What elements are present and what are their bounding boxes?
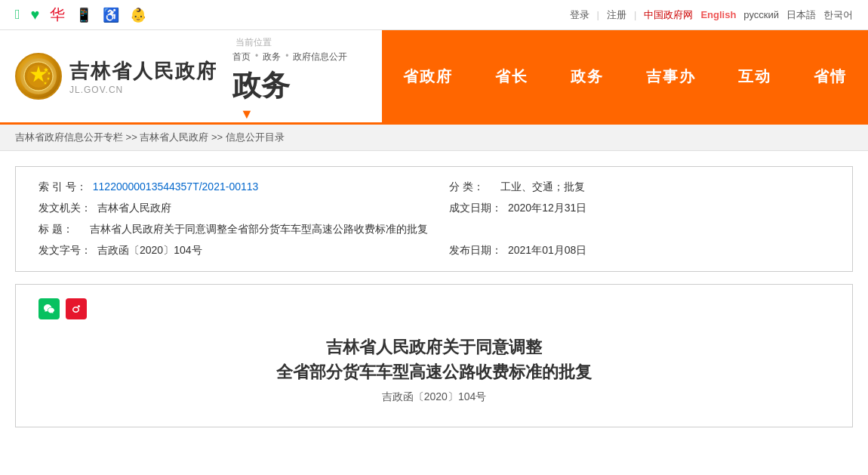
breadcrumb-links: 首页 • 政务 • 政府信息公开 — [232, 51, 367, 66]
top-bar-links: 登录 | 注册 | 中国政府网 English русский 日本語 한국어 — [570, 8, 853, 22]
sender-value: 吉林省人民政府 — [97, 202, 171, 215]
doc-title-line2: 全省部分货车车型高速公路收费标准的批复 — [38, 359, 830, 384]
register-link[interactable]: 注册 — [607, 8, 626, 22]
authored-date-label: 成文日期： — [449, 202, 502, 215]
baby-icon[interactable]: 👶 — [130, 7, 146, 23]
china-gov-link[interactable]: 中国政府网 — [644, 8, 693, 22]
sub-breadcrumb-text: 吉林省政府信息公开专栏 >> 吉林省人民政府 >> 信息公开目录 — [15, 131, 285, 143]
info-row-2: 发文机关： 吉林省人民政府 成文日期： 2020年12月31日 — [38, 202, 830, 215]
authored-date-value: 2020年12月31日 — [508, 202, 586, 215]
lang-korean-link[interactable]: 한국어 — [823, 8, 853, 22]
header-middle: 当前位置 首页 • 政务 • 政府信息公开 政务 ▼ — [232, 30, 382, 122]
sender-label: 发文机关： — [38, 202, 91, 215]
category-value: 工业、交通；批复 — [500, 180, 585, 194]
lang-russian-link[interactable]: русский — [743, 9, 779, 20]
lang-english-link[interactable]: English — [700, 9, 736, 20]
wechat-icon[interactable]:  — [15, 7, 20, 23]
doc-number-value: 吉政函〔2020〕104号 — [97, 244, 202, 258]
category-label: 分 类： — [449, 180, 494, 194]
logo-emblem-inner — [20, 58, 57, 94]
weibo-icon[interactable]: 华 — [50, 5, 65, 25]
doc-number-label: 发文字号： — [38, 244, 91, 258]
doc-title-field: 标 题： 吉林省人民政府关于同意调整全省部分货车车型高速公路收费标准的批复 — [38, 223, 830, 236]
sender-field: 发文机关： 吉林省人民政府 — [38, 202, 419, 215]
wechat-share-icon[interactable]: ♥ — [31, 6, 40, 23]
logo-emblem — [15, 53, 62, 100]
header-breadcrumb: 当前位置 — [232, 30, 367, 51]
logo-text: 吉林省人民政府 JL.GOV.CN — [69, 58, 217, 95]
index-label: 索 引 号： — [38, 180, 87, 194]
nav-sheng-zhang[interactable]: 省长 — [474, 30, 549, 122]
header: 吉林省人民政府 JL.GOV.CN 当前位置 首页 • 政务 • 政府信息公开 … — [0, 30, 868, 125]
info-row-4: 发文字号： 吉政函〔2020〕104号 发布日期： 2021年01月08日 — [38, 244, 830, 258]
top-bar:  ♥ 华 📱 ♿ 👶 登录 | 注册 | 中国政府网 English русс… — [0, 0, 868, 30]
nav-hu-dong[interactable]: 互动 — [717, 30, 793, 122]
category-field: 分 类： 工业、交通；批复 — [449, 180, 830, 194]
publish-date-value: 2021年01月08日 — [508, 244, 586, 258]
accessibility-icon[interactable]: ♿ — [103, 7, 119, 23]
breadcrumb-current-label: 当前位置 — [235, 37, 272, 48]
logo-title: 吉林省人民政府 — [69, 58, 217, 85]
publish-date-field: 发布日期： 2021年01月08日 — [449, 244, 830, 258]
svg-point-7 — [78, 305, 80, 307]
info-card: 索 引 号： 11220000013544357T/2021-00113 分 类… — [15, 166, 853, 272]
nav-sheng-zhengfu[interactable]: 省政府 — [382, 30, 474, 122]
doc-main-title: 吉林省人民政府关于同意调整 全省部分货车车型高速公路收费标准的批复 — [38, 335, 830, 384]
doc-number-display: 吉政函〔2020〕104号 — [38, 390, 830, 404]
doc-title-line1: 吉林省人民政府关于同意调整 — [38, 335, 830, 359]
index-field: 索 引 号： 11220000013544357T/2021-00113 — [38, 180, 419, 194]
doc-number-field: 发文字号： 吉政函〔2020〕104号 — [38, 244, 419, 258]
lang-japanese-link[interactable]: 日本語 — [786, 8, 816, 22]
breadcrumb-gov-info-link[interactable]: 政府信息公开 — [293, 51, 347, 63]
dropdown-arrow[interactable]: ▼ — [232, 106, 367, 122]
doc-title-value: 吉林省人民政府关于同意调整全省部分货车车型高速公路收费标准的批复 — [90, 223, 428, 236]
top-bar-icons:  ♥ 华 📱 ♿ 👶 — [15, 5, 146, 25]
info-row-1: 索 引 号： 11220000013544357T/2021-00113 分 类… — [38, 180, 830, 194]
header-logo: 吉林省人民政府 JL.GOV.CN — [0, 30, 232, 122]
zhengwu-title: 政务 — [232, 66, 367, 106]
nav-zhengwu[interactable]: 政务 — [549, 30, 625, 122]
sub-breadcrumb: 吉林省政府信息公开专栏 >> 吉林省人民政府 >> 信息公开目录 — [0, 125, 868, 151]
nav-ji-shi-ban[interactable]: 吉事办 — [625, 30, 717, 122]
index-value[interactable]: 11220000013544357T/2021-00113 — [93, 180, 259, 194]
mobile-icon[interactable]: 📱 — [75, 7, 92, 23]
doc-share-weibo[interactable] — [66, 298, 87, 319]
breadcrumb-home-link[interactable]: 首页 — [232, 51, 251, 63]
authored-date-field: 成文日期： 2020年12月31日 — [449, 202, 830, 215]
info-row-3: 标 题： 吉林省人民政府关于同意调整全省部分货车车型高速公路收费标准的批复 — [38, 223, 830, 236]
main-content: 索 引 号： 11220000013544357T/2021-00113 分 类… — [0, 151, 868, 443]
logo-subtitle: JL.GOV.CN — [69, 85, 217, 95]
orange-nav: 省政府 省长 政务 吉事办 互动 省情 — [382, 30, 868, 122]
publish-date-label: 发布日期： — [449, 244, 502, 258]
doc-title-label: 标 题： — [38, 223, 84, 236]
doc-share-wechat[interactable] — [38, 298, 60, 319]
doc-card: 吉林省人民政府关于同意调整 全省部分货车车型高速公路收费标准的批复 吉政函〔20… — [15, 284, 853, 427]
doc-share-icons — [38, 298, 830, 319]
breadcrumb-zhengwu-link[interactable]: 政务 — [263, 51, 281, 63]
nav-sheng-qing[interactable]: 省情 — [793, 30, 868, 122]
login-link[interactable]: 登录 — [570, 8, 589, 22]
